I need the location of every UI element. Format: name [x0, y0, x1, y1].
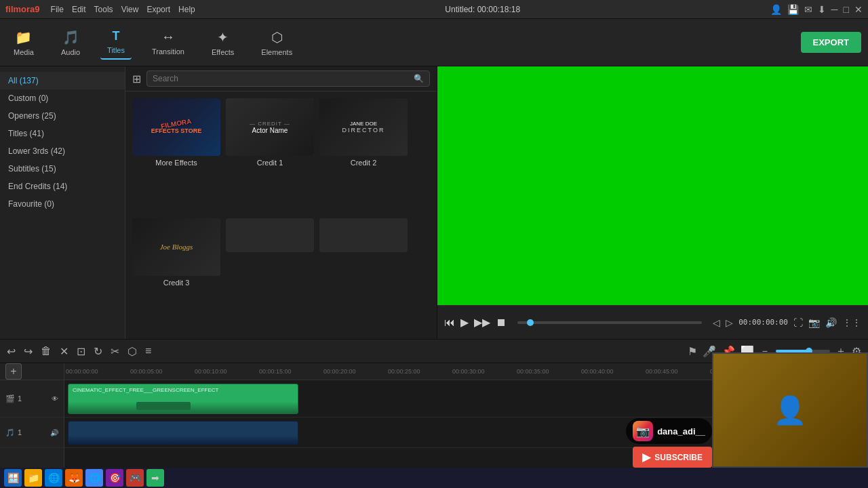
maximize-btn[interactable]: □: [844, 4, 849, 15]
redo-btn[interactable]: ↪: [24, 345, 33, 358]
thumbnail-credit3[interactable]: Joe Bloggs Credit 3: [132, 218, 220, 333]
cut-btn[interactable]: ✕: [60, 345, 68, 358]
more-effects-label: More Effects: [132, 159, 220, 167]
sidebar-item-lower3rds[interactable]: Lower 3rds (42): [0, 142, 125, 160]
thumbnail-credit2[interactable]: JANE DOE DIRECTOR Credit 2: [319, 98, 408, 213]
clip-title: CINEMATIC_EFFECT_FREE___GREENSCREEN_EFFE…: [73, 387, 218, 393]
credit2-bg: JANE DOE DIRECTOR: [319, 98, 408, 156]
thumbnail-more-effects[interactable]: FILMORA EFFECTS STORE More Effects: [132, 98, 220, 213]
media-label: Media: [14, 48, 34, 56]
taskbar-explorer[interactable]: 📁: [24, 469, 42, 487]
user-icon[interactable]: 👤: [770, 4, 782, 15]
preview-controls: ⏮ ▶ ▶▶ ⏹ ◁ ▷ 00:00:00:00 ⛶ 📷 🔊 ⋮⋮: [437, 305, 868, 339]
sidebar-item-custom[interactable]: Custom (0): [0, 89, 125, 107]
play-btn[interactable]: ▶: [460, 316, 469, 329]
capture-btn[interactable]: ⬡: [127, 345, 137, 358]
taskbar-firefox[interactable]: 🦊: [65, 469, 83, 487]
add-track-btn[interactable]: +: [5, 363, 22, 380]
taskbar-chrome[interactable]: 🌐: [85, 469, 103, 487]
sidebar-item-subtitles[interactable]: Subtitles (15): [0, 160, 125, 178]
taskbar-filmora[interactable]: 🎮: [126, 469, 144, 487]
toolbar-audio[interactable]: 🎵 Audio: [54, 25, 87, 60]
fullscreen-icon[interactable]: ⛶: [793, 317, 803, 328]
menu-edit[interactable]: Edit: [72, 5, 86, 14]
sidebar-item-favourite[interactable]: Favourite (0): [0, 195, 125, 213]
crop-btn[interactable]: ✂: [111, 345, 119, 358]
ruler-1: 00:00:05:00: [129, 368, 193, 375]
timeline-add-track: +: [0, 363, 64, 380]
audio-label: Audio: [61, 48, 80, 56]
menu-file[interactable]: File: [51, 5, 64, 14]
subscribe-label: SUBSCRIBE: [654, 453, 703, 462]
preview-extra-controls: ⛶ 📷 🔊 ⋮⋮: [793, 317, 861, 328]
taskbar-ie[interactable]: 🌐: [45, 469, 62, 487]
credit1-bg: — CREDIT — Actor Name: [226, 98, 314, 156]
toolbar-transition[interactable]: ↔ Transition: [145, 25, 191, 60]
stop-btn[interactable]: ⏹: [496, 317, 507, 329]
credit2-preview: JANE DOE DIRECTOR: [319, 98, 408, 156]
trim-btn[interactable]: ⊡: [77, 345, 85, 358]
download-icon[interactable]: ⬇: [818, 4, 826, 15]
mark-out-icon[interactable]: ▷: [726, 317, 733, 328]
rotate-btn[interactable]: ↻: [94, 345, 102, 358]
search-bar[interactable]: 🔍: [146, 70, 430, 87]
minimize-btn[interactable]: ─: [831, 4, 838, 15]
audio-clip[interactable]: [68, 421, 298, 445]
menu-export[interactable]: Export: [146, 5, 170, 14]
close-btn[interactable]: ✕: [854, 4, 863, 15]
credit1-label: Credit 1: [226, 159, 314, 167]
mail-icon[interactable]: ✉: [804, 4, 812, 15]
toolbar-elements[interactable]: ⬡ Elements: [254, 25, 299, 60]
audio-volume-icon[interactable]: 🔊: [50, 429, 58, 436]
sidebar-item-openers[interactable]: Openers (25): [0, 107, 125, 125]
sidebar-item-titles[interactable]: Titles (41): [0, 125, 125, 142]
menu-help[interactable]: Help: [178, 5, 195, 14]
subscribe-button[interactable]: ▶ SUBSCRIBE: [633, 447, 712, 468]
export-button[interactable]: EXPORT: [801, 32, 861, 53]
instagram-username: dana_adi__: [657, 426, 705, 436]
adjust-btn[interactable]: ≡: [145, 345, 151, 357]
menu-view[interactable]: View: [121, 5, 139, 14]
sidebar-item-all[interactable]: All (137): [0, 72, 125, 89]
fast-play-btn[interactable]: ▶▶: [474, 316, 490, 329]
sidebar-item-endcredits[interactable]: End Credits (14): [0, 178, 125, 195]
credit2-role: DIRECTOR: [342, 127, 385, 134]
menu-tools[interactable]: Tools: [94, 5, 113, 14]
taskbar-app1[interactable]: 🎯: [106, 469, 123, 487]
search-input[interactable]: [153, 74, 414, 83]
effects-icon: ✦: [217, 29, 229, 45]
video-clip[interactable]: CINEMATIC_EFFECT_FREE___GREENSCREEN_EFFE…: [68, 384, 298, 414]
mark-in-icon[interactable]: ◁: [713, 317, 720, 328]
webcam-overlay: 👤: [712, 352, 868, 468]
eye-icon[interactable]: 👁: [52, 395, 58, 403]
instagram-icon: 📷: [633, 421, 653, 441]
screenshot-icon[interactable]: 📷: [808, 317, 820, 328]
prev-frame-btn[interactable]: ⏮: [444, 317, 455, 329]
credit3-label: Credit 3: [132, 279, 220, 287]
toolbar-media[interactable]: 📁 Media: [7, 25, 41, 60]
thumbnail-credit1[interactable]: — CREDIT — Actor Name Credit 1: [226, 98, 314, 213]
elements-icon: ⬡: [271, 29, 283, 45]
thumbnail-partial-1[interactable]: [226, 218, 314, 333]
thumbnail-partial-2[interactable]: [319, 218, 408, 333]
undo-btn[interactable]: ↩: [7, 345, 16, 358]
toolbar-effects[interactable]: ✦ Effects: [205, 25, 241, 60]
save-icon[interactable]: 💾: [787, 4, 799, 15]
toolbar-titles[interactable]: T Titles: [100, 25, 132, 60]
elements-label: Elements: [261, 48, 292, 56]
grid-view-icon[interactable]: ⊞: [132, 73, 141, 85]
ruler-2: 00:00:10:00: [193, 368, 258, 375]
audio-track-icon: 🎵: [5, 428, 15, 437]
settings-dots-icon[interactable]: ⋮⋮: [842, 317, 861, 328]
taskbar-start[interactable]: 🪟: [4, 469, 22, 487]
content-area: ⊞ 🔍 FILMORA EFFECTS STORE More Effects: [125, 66, 437, 339]
taskbar-arrow[interactable]: ➡: [146, 469, 164, 487]
left-panel: All (137) Custom (0) Openers (25) Titles…: [0, 66, 437, 339]
progress-bar[interactable]: [517, 321, 702, 324]
volume-icon[interactable]: 🔊: [825, 317, 837, 328]
video-track-label: 🎬 1 👁: [0, 380, 64, 418]
marker-btn[interactable]: ⚑: [688, 345, 697, 358]
titles-icon: T: [113, 29, 120, 43]
credit3-bg: Joe Bloggs: [132, 218, 220, 276]
delete-btn[interactable]: 🗑: [41, 345, 52, 357]
